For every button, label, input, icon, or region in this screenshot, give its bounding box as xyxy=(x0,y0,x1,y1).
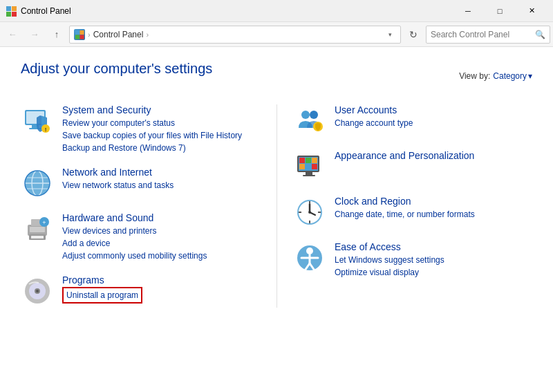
ease-title[interactable]: Ease of Access xyxy=(335,241,532,252)
refresh-button[interactable]: ↻ xyxy=(404,26,423,44)
svg-rect-7 xyxy=(79,35,84,39)
content-area: Adjust your computer's settings View by:… xyxy=(0,47,553,321)
ease-content: Ease of Access Let Windows suggest setti… xyxy=(335,241,532,279)
breadcrumb-item: Control Panel xyxy=(93,30,144,39)
svg-rect-3 xyxy=(12,12,17,17)
breadcrumb: › Control Panel › xyxy=(74,29,384,40)
category-programs: Programs Uninstall a program xyxy=(21,274,276,308)
back-button[interactable]: ← xyxy=(3,25,22,44)
appearance-title[interactable]: Appearance and Personalization xyxy=(335,150,532,161)
clock-link-1[interactable]: Change date, time, or number formats xyxy=(335,208,532,221)
hardware-icon[interactable]: + xyxy=(21,212,54,245)
category-user-accounts: User Accounts Change account type xyxy=(293,104,532,138)
left-column: ! System and Security Review your comput… xyxy=(21,104,276,308)
clock-icon[interactable] xyxy=(293,196,326,229)
address-bar: ← → ↑ › Control Panel › ▾ ↻ 🔍 xyxy=(0,22,553,47)
hardware-link-3[interactable]: Adjust commonly used mobility settings xyxy=(62,250,276,262)
right-column: User Accounts Change account type xyxy=(276,104,532,308)
hardware-link-1[interactable]: View devices and printers xyxy=(62,225,276,237)
svg-rect-36 xyxy=(299,158,305,163)
svg-rect-43 xyxy=(303,175,315,176)
hardware-content: Hardware and Sound View devices and prin… xyxy=(62,212,276,262)
system-security-link-2[interactable]: Save backup copies of your files with Fi… xyxy=(62,129,276,142)
svg-rect-2 xyxy=(6,12,11,17)
clock-content: Clock and Region Change date, time, or n… xyxy=(335,196,532,221)
address-icon xyxy=(74,29,85,40)
category-appearance: Appearance and Personalization xyxy=(293,150,532,183)
system-security-icon[interactable]: ! xyxy=(21,104,54,138)
close-button[interactable]: ✕ xyxy=(516,0,547,22)
svg-point-31 xyxy=(301,111,310,119)
system-security-content: System and Security Review your computer… xyxy=(62,104,276,154)
svg-rect-21 xyxy=(30,227,45,232)
category-clock: Clock and Region Change date, time, or n… xyxy=(293,196,532,229)
address-box[interactable]: › Control Panel › ▾ xyxy=(69,26,401,44)
user-accounts-icon[interactable] xyxy=(293,104,326,138)
user-accounts-content: User Accounts Change account type xyxy=(335,104,532,129)
view-by-label: View by: xyxy=(459,71,490,81)
svg-rect-5 xyxy=(79,30,84,34)
ease-icon[interactable] xyxy=(293,241,326,274)
window-controls: ─ □ ✕ xyxy=(452,0,547,22)
svg-rect-38 xyxy=(312,158,317,163)
system-security-link-1[interactable]: Review your computer's status xyxy=(62,117,276,129)
svg-point-32 xyxy=(310,111,318,119)
svg-rect-24 xyxy=(31,236,44,239)
network-icon[interactable] xyxy=(21,167,54,200)
programs-link-1[interactable]: Uninstall a program xyxy=(62,287,142,304)
svg-rect-6 xyxy=(75,35,79,39)
search-box[interactable]: 🔍 xyxy=(426,26,550,44)
window-title: Control Panel xyxy=(21,6,452,16)
category-ease: Ease of Access Let Windows suggest setti… xyxy=(293,241,532,279)
svg-point-30 xyxy=(36,290,39,292)
svg-rect-0 xyxy=(6,6,11,11)
search-icon: 🔍 xyxy=(535,30,545,39)
svg-text:+: + xyxy=(42,219,46,226)
svg-rect-42 xyxy=(306,172,312,175)
category-hardware: + Hardware and Sound View devices and pr… xyxy=(21,212,276,262)
programs-icon[interactable] xyxy=(21,274,54,308)
svg-rect-4 xyxy=(75,30,79,34)
svg-rect-1 xyxy=(12,6,17,11)
grid-divider xyxy=(276,104,277,308)
app-icon xyxy=(6,6,17,17)
appearance-content: Appearance and Personalization xyxy=(335,150,532,162)
page-heading: Adjust your computer's settings xyxy=(21,61,212,77)
svg-rect-41 xyxy=(312,164,317,169)
title-bar: Control Panel ─ □ ✕ xyxy=(0,0,553,22)
system-security-title[interactable]: System and Security xyxy=(62,104,276,115)
user-accounts-link-1[interactable]: Change account type xyxy=(335,117,532,129)
categories-grid: ! System and Security Review your comput… xyxy=(21,104,532,308)
minimize-button[interactable]: ─ xyxy=(452,0,484,22)
view-by-value[interactable]: Category ▾ xyxy=(493,71,532,81)
category-network: Network and Internet View network status… xyxy=(21,167,276,200)
breadcrumb-sep2: › xyxy=(146,30,149,39)
breadcrumb-sep1: › xyxy=(88,30,91,39)
programs-title[interactable]: Programs xyxy=(62,274,276,286)
svg-text:!: ! xyxy=(45,127,47,133)
hardware-title[interactable]: Hardware and Sound xyxy=(62,212,276,223)
ease-link-2[interactable]: Optimize visual display xyxy=(335,266,532,279)
appearance-icon[interactable] xyxy=(293,150,326,183)
view-by-arrow-icon: ▾ xyxy=(528,71,532,81)
svg-rect-40 xyxy=(306,164,311,169)
network-title[interactable]: Network and Internet xyxy=(62,167,276,178)
network-content: Network and Internet View network status… xyxy=(62,167,276,192)
view-by-value-text: Category xyxy=(493,71,527,81)
svg-rect-37 xyxy=(306,158,311,163)
system-security-link-3[interactable]: Backup and Restore (Windows 7) xyxy=(62,142,276,154)
address-dropdown[interactable]: ▾ xyxy=(384,26,396,44)
network-link-1[interactable]: View network status and tasks xyxy=(62,179,276,192)
search-input[interactable] xyxy=(431,30,535,39)
maximize-button[interactable]: □ xyxy=(484,0,516,22)
forward-button[interactable]: → xyxy=(25,25,44,44)
clock-title[interactable]: Clock and Region xyxy=(335,196,532,207)
hardware-link-2[interactable]: Add a device xyxy=(62,237,276,250)
svg-rect-39 xyxy=(299,164,305,169)
page-title: Adjust your computer's settings View by:… xyxy=(21,61,532,91)
up-button[interactable]: ↑ xyxy=(47,25,66,44)
ease-link-1[interactable]: Let Windows suggest settings xyxy=(335,254,532,266)
programs-content: Programs Uninstall a program xyxy=(62,274,276,304)
category-system-security: ! System and Security Review your comput… xyxy=(21,104,276,154)
user-accounts-title[interactable]: User Accounts xyxy=(335,104,532,115)
